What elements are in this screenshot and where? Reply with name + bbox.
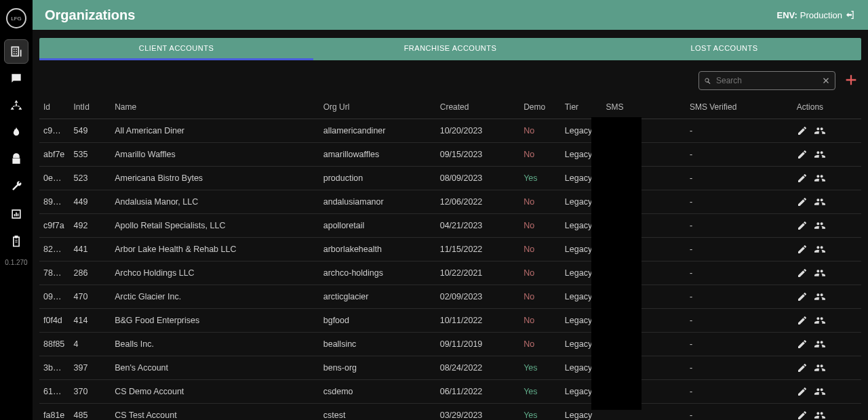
edit-icon[interactable] [797, 362, 808, 373]
edit-icon[interactable] [797, 125, 808, 136]
tab-lost-accounts[interactable]: LOST ACCOUNTS [587, 38, 861, 60]
cell-actions [793, 333, 861, 356]
table-row[interactable]: fa81e 485 CS Test Account cstest 03/29/2… [39, 404, 861, 421]
cell-smsverified: - [686, 404, 793, 421]
edit-icon[interactable] [797, 173, 808, 184]
cell-demo: No [519, 119, 561, 143]
users-icon[interactable] [814, 315, 825, 326]
users-icon[interactable] [814, 173, 825, 184]
cell-intid: 485 [70, 404, 111, 421]
cell-intid: 492 [70, 214, 111, 238]
edit-icon[interactable] [797, 410, 808, 420]
col-tier[interactable]: Tier [561, 96, 602, 119]
env-indicator[interactable]: ENV: Production [777, 9, 856, 20]
cell-id: 61737 [39, 380, 70, 404]
nav-android[interactable] [4, 148, 28, 172]
col-actions: Actions [793, 96, 861, 119]
cell-id: 3b6d6 [39, 356, 70, 380]
users-icon[interactable] [814, 125, 825, 136]
edit-icon[interactable] [797, 244, 808, 255]
table-row[interactable]: 0e9ce 523 Americana Bistro Bytes product… [39, 167, 861, 190]
cell-intid: 549 [70, 119, 111, 143]
table-row[interactable]: 3b6d6 397 Ben's Account bens-org 08/24/2… [39, 356, 861, 380]
clipboard-icon [9, 234, 23, 248]
cell-id: c9f7a [39, 214, 70, 238]
cell-id: 785d7 [39, 261, 70, 285]
table-row[interactable]: 785d7 286 Archco Holdings LLC archco-hol… [39, 261, 861, 285]
users-icon[interactable] [814, 268, 825, 278]
edit-icon[interactable] [797, 315, 808, 326]
users-icon[interactable] [814, 220, 825, 231]
users-icon[interactable] [814, 339, 825, 350]
cell-created: 09/11/2019 [436, 333, 519, 356]
edit-icon[interactable] [797, 268, 808, 278]
edit-icon[interactable] [797, 386, 808, 397]
table-row[interactable]: 61737 370 CS Demo Account csdemo 06/11/2… [39, 380, 861, 404]
col-intid[interactable]: IntId [70, 96, 111, 119]
edit-icon[interactable] [797, 149, 808, 160]
users-icon[interactable] [814, 410, 825, 420]
table-row[interactable]: 8929a 449 Andalusia Manor, LLC andalusia… [39, 190, 861, 214]
tab-franchise-accounts[interactable]: FRANCHISE ACCOUNTS [313, 38, 587, 60]
table-row[interactable]: f0f4d 414 B&G Food Enterprises bgfood 10… [39, 309, 861, 333]
search-box[interactable] [698, 71, 835, 90]
col-name[interactable]: Name [111, 96, 319, 119]
cell-smsverified: - [686, 356, 793, 380]
cell-created: 11/15/2022 [436, 238, 519, 261]
table-row[interactable]: 09638 470 Arctic Glacier Inc. arcticglac… [39, 285, 861, 309]
clear-search-icon[interactable] [821, 76, 831, 85]
cell-actions [793, 261, 861, 285]
cell-id: 88f85 [39, 333, 70, 356]
users-icon[interactable] [814, 291, 825, 302]
table-row[interactable]: 82356 441 Arbor Lake Health & Rehab LLC … [39, 238, 861, 261]
table-row[interactable]: c9558 549 All American Diner allamerican… [39, 119, 861, 143]
cell-url: beallsinc [319, 333, 436, 356]
cell-smsverified: - [686, 261, 793, 285]
cell-intid: 414 [70, 309, 111, 333]
cell-smsverified: - [686, 143, 793, 167]
nav-trending[interactable] [4, 121, 28, 145]
cell-created: 06/11/2022 [436, 380, 519, 404]
cell-name: Andalusia Manor, LLC [111, 190, 319, 214]
cell-created: 08/09/2023 [436, 167, 519, 190]
nav-dashboard[interactable] [4, 202, 28, 226]
col-created[interactable]: Created [436, 96, 519, 119]
nav-clipboard[interactable] [4, 229, 28, 253]
add-organization-button[interactable] [844, 72, 859, 89]
cell-url: arcticglacier [319, 285, 436, 309]
nav-organizations[interactable] [4, 39, 28, 64]
table-row[interactable]: c9f7a 492 Apollo Retail Specialists, LLC… [39, 214, 861, 238]
table-toolbar [33, 60, 868, 96]
cell-smsverified: - [686, 238, 793, 261]
edit-icon[interactable] [797, 291, 808, 302]
users-icon[interactable] [814, 196, 825, 207]
search-icon [703, 77, 712, 85]
col-demo[interactable]: Demo [519, 96, 561, 119]
edit-icon[interactable] [797, 196, 808, 207]
users-icon[interactable] [814, 362, 825, 373]
users-icon[interactable] [814, 244, 825, 255]
android-icon [9, 153, 23, 167]
app-logo[interactable]: LFG [6, 8, 26, 28]
users-icon[interactable] [814, 386, 825, 397]
table-row[interactable]: abf7e 535 Amarillo Waffles amarillowaffl… [39, 143, 861, 167]
edit-icon[interactable] [797, 220, 808, 231]
nav-tools[interactable] [4, 175, 28, 199]
page-title: Organizations [45, 7, 135, 23]
tab-client-accounts[interactable]: CLIENT ACCOUNTS [39, 38, 313, 60]
edit-icon[interactable] [797, 339, 808, 350]
table-row[interactable]: 88f85 4 Bealls Inc. beallsinc 09/11/2019… [39, 333, 861, 356]
col-id[interactable]: Id [39, 96, 70, 119]
col-orgurl[interactable]: Org Url [319, 96, 436, 119]
search-input[interactable] [712, 76, 821, 85]
cell-actions [793, 143, 861, 167]
col-smsverified[interactable]: SMS Verified [686, 96, 793, 119]
cell-url: allamericandiner [319, 119, 436, 143]
nav-chat[interactable] [4, 66, 28, 91]
users-icon[interactable] [814, 149, 825, 160]
cell-url: arborlakehealth [319, 238, 436, 261]
nav-structure[interactable] [4, 93, 28, 118]
cell-smsverified: - [686, 285, 793, 309]
col-sms[interactable]: SMS [602, 96, 686, 119]
cell-name: Amarillo Waffles [111, 143, 319, 167]
